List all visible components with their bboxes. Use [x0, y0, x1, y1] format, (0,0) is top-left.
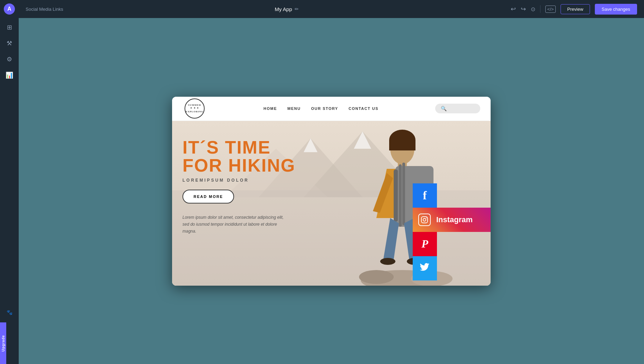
facebook-button[interactable]: f: [413, 183, 437, 208]
site-search[interactable]: 🔍: [435, 104, 480, 113]
site-nav: SUMMER✦ ✦ ✦EXPLORING HOME MENU OUR STORY…: [172, 97, 491, 121]
twitter-button[interactable]: [413, 256, 437, 280]
svg-rect-13: [402, 163, 405, 225]
logo-text-line1: SUMMER✦ ✦ ✦EXPLORING: [186, 104, 203, 113]
redo-icon: ↪: [521, 5, 526, 13]
topbar-center: My App ✏: [275, 6, 299, 12]
nav-link-our-story[interactable]: OUR STORY: [311, 106, 338, 111]
sidebar-item-analytics[interactable]: 📊: [3, 69, 16, 82]
preview-button[interactable]: Preview: [561, 4, 590, 14]
svg-point-23: [426, 217, 427, 218]
hero-cta-button[interactable]: READ MORE: [182, 190, 234, 203]
hero-title-line1: IT´S TIME: [182, 138, 295, 156]
paw-icon: 🐾: [7, 310, 12, 315]
svg-point-19: [359, 270, 394, 284]
analytics-icon: 📊: [6, 71, 13, 79]
logo-circle: SUMMER✦ ✦ ✦EXPLORING: [185, 98, 205, 119]
facebook-icon: f: [423, 189, 427, 202]
sidebar-footer-icon: 🐾: [3, 306, 16, 319]
app-name-label: My App: [275, 6, 292, 12]
hero-subtitle: LOREMIPSUM DOLOR: [182, 178, 295, 183]
main-content: SUMMER✦ ✦ ✦EXPLORING HOME MENU OUR STORY…: [19, 18, 644, 364]
pinterest-icon: P: [421, 237, 428, 250]
upgrade-button[interactable]: Upgrade: [0, 322, 6, 364]
tools-icon: ⚒: [7, 40, 12, 47]
svg-point-16: [380, 258, 395, 265]
sidebar-logo[interactable]: A: [4, 3, 15, 15]
search-icon: 🔍: [441, 106, 447, 111]
page-title: Social Media Links: [26, 7, 63, 12]
sidebar-item-tools[interactable]: ⚒: [3, 37, 16, 50]
redo-button[interactable]: ↪: [521, 5, 526, 13]
undo-button[interactable]: ↩: [511, 5, 516, 13]
website-preview: SUMMER✦ ✦ ✦EXPLORING HOME MENU OUR STORY…: [172, 97, 491, 286]
back-icon: ⊙: [531, 6, 535, 12]
settings-icon: ⚙: [7, 55, 12, 63]
code-icon: </>: [545, 6, 556, 13]
instagram-button[interactable]: Instagram: [413, 208, 491, 232]
hero-description: Lorem ipsum dolor sit amet, consectetur …: [182, 214, 286, 235]
svg-rect-9: [389, 140, 415, 150]
twitter-icon: [419, 261, 430, 275]
hero-title-line2: FOR HIKING: [182, 156, 295, 174]
topbar-divider: [540, 5, 540, 13]
nav-link-home[interactable]: HOME: [263, 106, 277, 111]
sidebar: A ⊞ ⚒ ⚙ 📊 🐾 Upgrade: [0, 0, 19, 364]
topbar: Social Media Links My App ✏ ↩ ↪ ⊙ </> Pr…: [19, 0, 644, 18]
sidebar-item-dashboard[interactable]: ⊞: [3, 21, 16, 34]
back-button[interactable]: ⊙: [531, 6, 535, 12]
hero-content: IT´S TIME FOR HIKING LOREMIPSUM DOLOR RE…: [182, 138, 295, 235]
save-button[interactable]: Save changes: [595, 4, 637, 15]
nav-link-menu[interactable]: MENU: [287, 106, 301, 111]
pinterest-button[interactable]: P: [413, 232, 437, 256]
site-logo: SUMMER✦ ✦ ✦EXPLORING: [182, 98, 207, 119]
svg-rect-12: [399, 164, 402, 227]
social-panel: f Instagram P: [413, 183, 491, 280]
instagram-label: Instagram: [436, 215, 473, 224]
logo-letter: A: [7, 6, 11, 12]
sidebar-item-settings[interactable]: ⚙: [3, 53, 16, 66]
site-hero: IT´S TIME FOR HIKING LOREMIPSUM DOLOR RE…: [172, 121, 491, 286]
dashboard-icon: ⊞: [7, 24, 12, 31]
topbar-right: ↩ ↪ ⊙ </> Preview Save changes: [511, 4, 637, 15]
edit-app-name-icon[interactable]: ✏: [295, 6, 299, 12]
undo-icon: ↩: [511, 5, 516, 13]
topbar-left: Social Media Links: [26, 7, 63, 12]
nav-link-contact[interactable]: CONTACT US: [349, 106, 378, 111]
svg-point-22: [423, 218, 426, 221]
site-nav-links: HOME MENU OUR STORY CONTACT US: [263, 106, 378, 111]
instagram-icon: [418, 214, 431, 226]
svg-rect-14: [394, 170, 398, 222]
code-button[interactable]: </>: [545, 6, 556, 13]
